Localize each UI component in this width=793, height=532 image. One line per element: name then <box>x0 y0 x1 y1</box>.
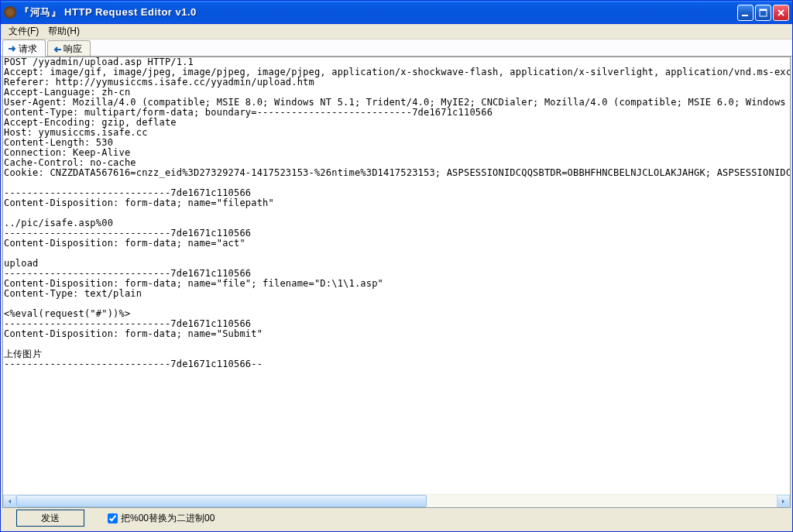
bottom-bar: 发送 把%00替换为二进制00 <box>1 508 792 531</box>
textarea-wrap <box>3 57 790 494</box>
arrow-right-icon <box>8 44 17 53</box>
maximize-icon <box>758 8 768 18</box>
chevron-right-icon <box>781 499 786 504</box>
tabs: 请求 响应 <box>1 39 792 57</box>
svg-rect-2 <box>760 9 767 11</box>
scroll-left-button[interactable] <box>3 495 16 508</box>
menu-help[interactable]: 帮助(H) <box>43 23 84 39</box>
request-textarea[interactable] <box>3 57 790 494</box>
tab-response[interactable]: 响应 <box>47 40 91 56</box>
horizontal-scrollbar[interactable] <box>3 494 790 507</box>
tab-response-label: 响应 <box>64 43 82 56</box>
minimize-icon <box>740 8 750 18</box>
titlebar[interactable]: 『河马』 HTTP Request Editor v1.0 <box>1 1 792 24</box>
close-button[interactable] <box>773 5 789 21</box>
scroll-thumb[interactable] <box>16 495 427 507</box>
replace-checkbox[interactable] <box>108 513 118 523</box>
svg-rect-0 <box>742 15 748 16</box>
menu-file[interactable]: 文件(F) <box>4 23 43 39</box>
content-area <box>2 57 791 508</box>
replace-checkbox-label: 把%00替换为二进制00 <box>121 512 215 525</box>
window-title: 『河马』 HTTP Request Editor v1.0 <box>19 5 737 19</box>
minimize-button[interactable] <box>737 5 754 21</box>
window-controls <box>737 5 789 21</box>
scroll-track[interactable] <box>16 495 777 507</box>
replace-checkbox-wrap[interactable]: 把%00替换为二进制00 <box>108 512 215 525</box>
chevron-left-icon <box>7 499 12 504</box>
menubar: 文件(F) 帮助(H) <box>1 24 792 39</box>
arrow-left-icon <box>53 45 62 54</box>
send-button[interactable]: 发送 <box>16 510 84 527</box>
tab-request[interactable]: 请求 <box>2 39 46 57</box>
app-window: 『河马』 HTTP Request Editor v1.0 文件(F) 帮助(H… <box>0 0 793 532</box>
close-icon <box>776 8 786 18</box>
maximize-button[interactable] <box>755 5 771 21</box>
tab-request-label: 请求 <box>19 43 37 56</box>
scroll-right-button[interactable] <box>777 495 790 508</box>
app-icon <box>4 6 16 19</box>
